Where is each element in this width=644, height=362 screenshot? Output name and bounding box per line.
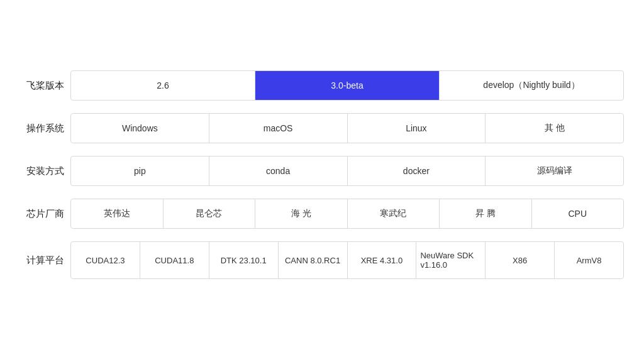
cell-4-6[interactable]: X86 bbox=[486, 242, 555, 278]
cell-3-5[interactable]: CPU bbox=[532, 199, 624, 228]
cell-1-3[interactable]: 其 他 bbox=[486, 114, 623, 143]
cell-0-2[interactable]: develop（Nightly build） bbox=[440, 71, 623, 100]
row-content-3: 英伟达昆仑芯海 光寒武纪昇 腾CPU bbox=[70, 199, 624, 229]
row-label-4: 计算平台 bbox=[20, 241, 70, 279]
cell-4-3[interactable]: CANN 8.0.RC1 bbox=[279, 242, 348, 278]
cell-4-7[interactable]: ArmV8 bbox=[555, 242, 623, 278]
cell-1-1[interactable]: macOS bbox=[209, 114, 348, 143]
cell-4-2[interactable]: DTK 23.10.1 bbox=[209, 242, 279, 278]
cell-4-0[interactable]: CUDA12.3 bbox=[71, 242, 140, 278]
row-content-4: CUDA12.3CUDA11.8DTK 23.10.1CANN 8.0.RC1X… bbox=[70, 241, 624, 279]
row-3: 芯片厂商英伟达昆仑芯海 光寒武纪昇 腾CPU bbox=[20, 199, 624, 229]
cell-4-4[interactable]: XRE 4.31.0 bbox=[348, 242, 417, 278]
cell-1-0[interactable]: Windows bbox=[71, 114, 209, 143]
cell-3-2[interactable]: 海 光 bbox=[255, 199, 348, 228]
row-label-3: 芯片厂商 bbox=[20, 199, 70, 229]
row-label-0: 飞桨版本 bbox=[20, 70, 70, 101]
row-1: 操作系统WindowsmacOSLinux其 他 bbox=[20, 113, 624, 143]
cell-2-2[interactable]: docker bbox=[348, 156, 486, 185]
row-content-2: pipcondadocker源码编译 bbox=[70, 156, 624, 186]
cell-1-2[interactable]: Linux bbox=[348, 114, 486, 143]
row-label-1: 操作系统 bbox=[20, 113, 70, 143]
cell-0-0[interactable]: 2.6 bbox=[71, 71, 255, 100]
row-2: 安装方式pipcondadocker源码编译 bbox=[20, 156, 624, 186]
cell-3-3[interactable]: 寒武纪 bbox=[348, 199, 440, 228]
cell-2-0[interactable]: pip bbox=[71, 156, 209, 185]
cell-0-1[interactable]: 3.0-beta bbox=[255, 71, 440, 100]
row-0: 飞桨版本2.63.0-betadevelop（Nightly build） bbox=[20, 70, 624, 101]
row-content-1: WindowsmacOSLinux其 他 bbox=[70, 113, 624, 143]
main-container: 飞桨版本2.63.0-betadevelop（Nightly build）操作系… bbox=[20, 58, 624, 304]
cell-4-1[interactable]: CUDA11.8 bbox=[140, 242, 209, 278]
cell-4-5[interactable]: NeuWare SDK v1.16.0 bbox=[416, 242, 486, 278]
cell-3-1[interactable]: 昆仑芯 bbox=[164, 199, 256, 228]
row-content-0: 2.63.0-betadevelop（Nightly build） bbox=[70, 70, 624, 101]
cell-3-4[interactable]: 昇 腾 bbox=[440, 199, 532, 228]
cell-2-3[interactable]: 源码编译 bbox=[486, 156, 623, 185]
cell-2-1[interactable]: conda bbox=[209, 156, 348, 185]
row-4: 计算平台CUDA12.3CUDA11.8DTK 23.10.1CANN 8.0.… bbox=[20, 241, 624, 279]
row-label-2: 安装方式 bbox=[20, 156, 70, 186]
cell-3-0[interactable]: 英伟达 bbox=[71, 199, 164, 228]
